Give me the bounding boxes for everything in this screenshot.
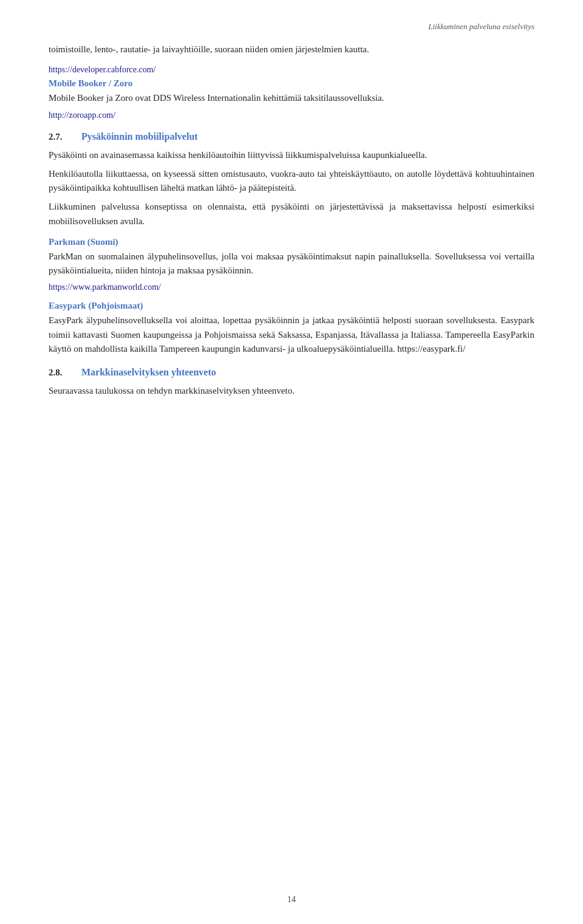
easypark-block: Easypark (Pohjoismaat) EasyPark älypuhel…: [49, 301, 534, 356]
page-header: Liikkuminen palveluna esiselvitys: [49, 22, 534, 32]
page: Liikkuminen palveluna esiselvitys toimis…: [0, 0, 583, 924]
summary-chapter-heading: 2.8. Markkinaselvityksen yhteenveto: [49, 367, 534, 378]
parkman-heading: Parkman (Suomi): [49, 237, 534, 247]
easypark-heading: Easypark (Pohjoismaat): [49, 301, 534, 311]
intro-text: toimistoille, lento-, rautatie- ja laiva…: [49, 43, 534, 56]
parking-chapter-number: 2.7.: [49, 132, 70, 142]
easypark-paragraph: EasyPark älypuhelinsovelluksella voi alo…: [49, 313, 534, 356]
parking-paragraph3: Liikkuminen palvelussa konseptissa on ol…: [49, 200, 534, 228]
summary-paragraph: Seuraavassa taulukossa on tehdyn markkin…: [49, 384, 534, 398]
header-title: Liikkuminen palveluna esiselvitys: [428, 22, 534, 31]
mobile-booker-heading: Mobile Booker / Zoro: [49, 78, 534, 89]
summary-chapter-number: 2.8.: [49, 368, 70, 378]
parking-chapter-heading: 2.7. Pysäköinnin mobiilipalvelut: [49, 131, 534, 142]
mobile-booker-description: Mobile Booker ja Zoro ovat DDS Wireless …: [49, 91, 534, 105]
mobile-booker-block: Mobile Booker / Zoro Mobile Booker ja Zo…: [49, 78, 534, 120]
page-number: 14: [287, 895, 296, 904]
page-footer: 14: [0, 895, 583, 905]
cabforce-url[interactable]: https://developer.cabforce.com/: [49, 65, 534, 75]
parkman-block: Parkman (Suomi) ParkMan on suomalainen ä…: [49, 237, 534, 293]
parkman-url[interactable]: https://www.parkmanworld.com/: [49, 282, 534, 292]
parkman-paragraph1: ParkMan on suomalainen älypuhelinsovellu…: [49, 250, 534, 278]
parking-paragraph2: Henkilöautolla liikuttaessa, on kyseessä…: [49, 167, 534, 196]
parking-chapter-title: Pysäköinnin mobiilipalvelut: [81, 131, 198, 142]
summary-chapter-title: Markkinaselvityksen yhteenveto: [81, 367, 216, 378]
zoro-url[interactable]: http://zoroapp.com/: [49, 111, 534, 120]
parking-paragraph1: Pysäköinti on avainasemassa kaikissa hen…: [49, 148, 534, 162]
